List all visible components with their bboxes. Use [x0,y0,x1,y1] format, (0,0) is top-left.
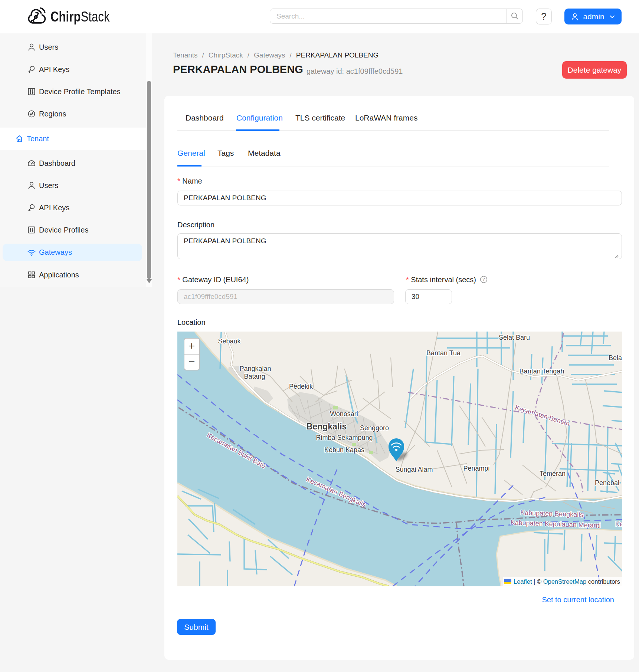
svg-text:Senggoro: Senggoro [360,424,389,432]
svg-text:Bengkalis: Bengkalis [307,422,347,431]
svg-text:Bantan Tengah: Bantan Tengah [520,368,564,375]
svg-text:Temeran: Temeran [540,470,566,477]
svg-text:Wonosari: Wonosari [330,410,358,418]
svg-text:Bantan Tua: Bantan Tua [426,349,461,357]
svg-text:Penebal: Penebal [595,479,619,487]
svg-text:Penampi: Penampi [463,465,489,472]
svg-text:Pangkalan: Pangkalan [239,365,271,372]
svg-text:Selat Baru: Selat Baru [499,334,530,341]
svg-text:Kebun Kapas: Kebun Kapas [324,446,364,454]
svg-text:Pedekik: Pedekik [289,383,313,390]
svg-text:Batang: Batang [244,373,265,380]
svg-text:Kecamatan: Kecamatan [615,520,622,528]
svg-text:Rimba Sekampung: Rimba Sekampung [316,434,373,441]
svg-text:Belas: Belas [609,354,622,362]
svg-text:Sungai Alam: Sungai Alam [395,466,433,473]
svg-text:?: ? [482,277,485,281]
svg-text:Sebauk: Sebauk [218,337,241,345]
